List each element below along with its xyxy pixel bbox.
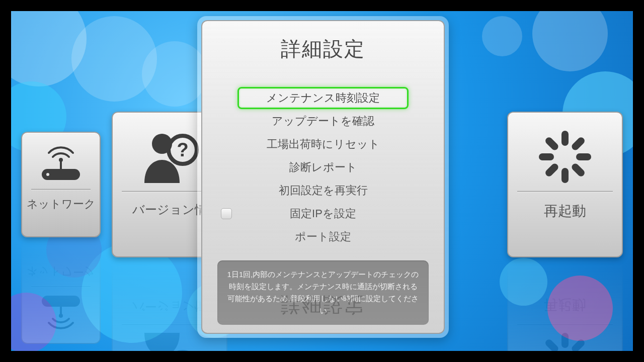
- menu-item-3[interactable]: 診断レポート: [237, 156, 409, 178]
- svg-rect-11: [561, 168, 569, 183]
- menu-item-2[interactable]: 工場出荷時にリセット: [237, 133, 409, 155]
- svg-rect-8: [571, 136, 586, 151]
- svg-point-17: [59, 314, 63, 318]
- panel-inner: 詳細設定 メンテナンス時刻設定アップデートを確認工場出荷時にリセット診断レポート…: [201, 20, 445, 334]
- svg-rect-7: [561, 131, 569, 146]
- menu-item-6[interactable]: ポート設定: [237, 226, 409, 248]
- advanced-settings-panel: 詳細設定 メンテナンス時刻設定アップデートを確認工場出荷時にリセット診断レポート…: [197, 16, 449, 338]
- svg-point-1: [46, 173, 49, 176]
- divider: [31, 189, 91, 190]
- menu-item-5[interactable]: 固定IPを設定: [237, 203, 409, 225]
- card-restart-label: 再起動: [508, 202, 622, 221]
- settings-screen: ネットワーク ? バージョン情: [11, 11, 633, 351]
- decoration: [11, 293, 56, 351]
- svg-rect-26: [544, 338, 559, 351]
- svg-text:?: ?: [177, 139, 188, 160]
- svg-point-3: [59, 158, 63, 162]
- decoration: [532, 11, 608, 71]
- svg-rect-10: [571, 162, 586, 178]
- router-wifi-icon: [22, 145, 100, 185]
- card-network[interactable]: ネットワーク: [21, 132, 101, 237]
- svg-rect-12: [544, 162, 559, 178]
- svg-rect-14: [544, 136, 559, 151]
- decoration: [482, 16, 522, 56]
- spinner-icon: [508, 127, 622, 187]
- panel-description: 1日1回,内部のメンテナンスとアップデートのチェックの時刻を設定します。メンテナ…: [217, 260, 429, 325]
- svg-rect-16: [60, 306, 62, 316]
- decoration: [71, 16, 157, 102]
- divider: [517, 191, 613, 192]
- checkbox-icon[interactable]: [221, 208, 232, 219]
- svg-rect-9: [576, 153, 591, 160]
- panel-title: 詳細設定: [281, 35, 365, 63]
- card-network-label: ネットワーク: [22, 197, 100, 212]
- settings-menu: メンテナンス時刻設定アップデートを確認工場出荷時にリセット診断レポート初回設定を…: [202, 87, 444, 248]
- menu-item-1[interactable]: アップデートを確認: [237, 110, 409, 132]
- svg-rect-13: [539, 153, 554, 160]
- menu-item-0[interactable]: メンテナンス時刻設定: [237, 87, 409, 109]
- card-restart[interactable]: 再起動: [507, 112, 623, 257]
- menu-item-4[interactable]: 初回設定を再実行: [237, 179, 409, 202]
- decoration: [500, 258, 547, 306]
- decoration: [547, 276, 613, 341]
